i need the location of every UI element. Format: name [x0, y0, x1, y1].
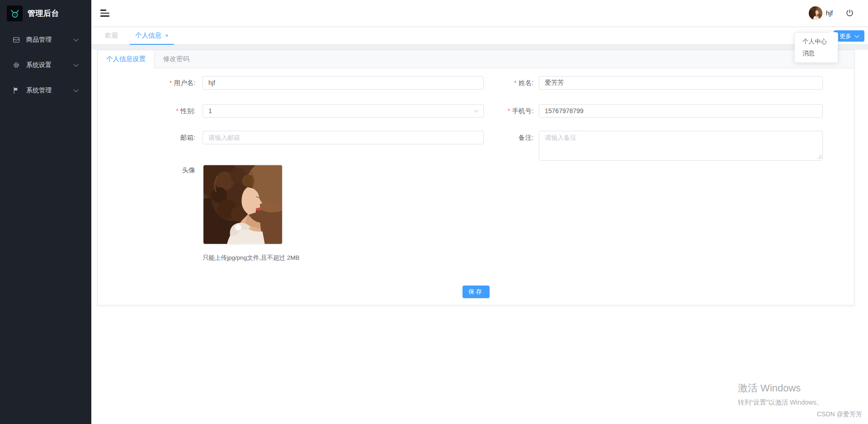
content-gap: [91, 45, 868, 50]
menu-fold-icon[interactable]: [100, 10, 109, 17]
close-icon[interactable]: ×: [165, 32, 169, 39]
sidebar-item-system-management[interactable]: 系统管理: [0, 78, 91, 103]
app-logo: 管理后台: [0, 0, 91, 27]
app-title: 管理后台: [28, 8, 59, 19]
profile-form: *用户名: *姓名:: [98, 68, 854, 298]
save-button[interactable]: 保存: [462, 286, 490, 298]
remark-field: 备注:: [484, 131, 823, 161]
name-input[interactable]: [539, 76, 823, 90]
phone-label: *手机号:: [484, 104, 539, 118]
email-field: 邮箱:: [98, 131, 484, 161]
card-tabs: 个人信息设置 修改密码: [98, 50, 854, 68]
top-header: hjf: [91, 0, 868, 27]
sidebar-item-label: 系统设置: [26, 61, 52, 69]
logout-power-icon[interactable]: [845, 9, 854, 18]
remark-label: 备注:: [484, 131, 539, 144]
profile-card: 个人信息设置 修改密码 *用户名: *姓名:: [97, 50, 854, 305]
tab-profile-settings[interactable]: 个人信息设置: [98, 50, 155, 68]
menu-item-personal-center[interactable]: 个人中心: [795, 36, 838, 48]
required-asterisk: *: [508, 107, 510, 114]
goods-icon: [12, 35, 21, 44]
sidebar-item-label: 系统管理: [26, 86, 52, 95]
sidebar-item-goods-management[interactable]: 商品管理: [0, 27, 91, 52]
required-asterisk: *: [170, 79, 172, 86]
content-area: 个人信息设置 修改密码 *用户名: *姓名:: [91, 45, 868, 424]
windows-activation-title: 激活 Windows: [738, 381, 823, 395]
name-label: *姓名:: [484, 76, 539, 90]
chevron-down-icon: [855, 33, 859, 38]
gender-select-input[interactable]: [203, 104, 484, 118]
tab-profile[interactable]: 个人信息 ×: [130, 27, 174, 44]
tag-bar: 欢迎 个人信息 × 更多: [91, 27, 868, 45]
remark-textarea[interactable]: [539, 131, 823, 161]
sidebar: 管理后台 商品管理 系统: [0, 0, 91, 424]
tab-change-password[interactable]: 修改密码: [155, 50, 198, 68]
phone-input[interactable]: [539, 104, 823, 118]
username-field: *用户名:: [98, 76, 484, 90]
username-label: *用户名:: [98, 76, 203, 90]
menu-item-messages[interactable]: 消息: [795, 48, 838, 59]
chevron-down-icon: [73, 62, 78, 67]
more-button[interactable]: 更多: [834, 30, 864, 42]
email-label: 邮箱:: [98, 131, 203, 144]
main-area: hjf 欢迎 个人信息 × 更多: [91, 0, 868, 424]
phone-field: *手机号:: [484, 104, 823, 118]
gender-label: *性别:: [98, 104, 203, 118]
user-dropdown-menu: 个人中心 消息: [794, 32, 838, 63]
chevron-down-icon: [73, 36, 78, 41]
csdn-watermark: CSDN @爱芳芳: [817, 410, 862, 419]
avatar-field: 头像: [98, 164, 854, 245]
gender-field: *性别:: [98, 104, 484, 118]
tab-welcome[interactable]: 欢迎: [99, 27, 123, 44]
sidebar-item-system-settings[interactable]: 系统设置: [0, 52, 91, 78]
required-asterisk: *: [176, 107, 179, 114]
windows-activation-subtitle: 转到“设置”以激活 Windows。: [738, 398, 823, 407]
required-asterisk: *: [514, 79, 517, 86]
email-input[interactable]: [203, 131, 484, 144]
gender-select[interactable]: [203, 104, 484, 118]
sidebar-item-label: 商品管理: [26, 36, 52, 44]
chevron-down-icon: [73, 87, 78, 92]
sidebar-menu: 商品管理 系统设置: [0, 27, 91, 103]
avatar-image: [203, 165, 282, 244]
username-text: hjf: [826, 10, 833, 17]
username-input[interactable]: [203, 76, 484, 90]
flag-icon: [12, 86, 21, 95]
user-avatar[interactable]: [809, 6, 822, 20]
avatar-upload[interactable]: [203, 164, 283, 245]
gear-icon: [12, 61, 21, 70]
upload-hint: 只能上传jpg/png文件,且不超过 2MB: [203, 254, 854, 262]
app-logo-icon: [7, 5, 23, 21]
windows-activation-watermark: 激活 Windows 转到“设置”以激活 Windows。: [738, 381, 823, 407]
avatar-label: 头像: [98, 164, 203, 245]
name-field: *姓名:: [484, 76, 823, 90]
